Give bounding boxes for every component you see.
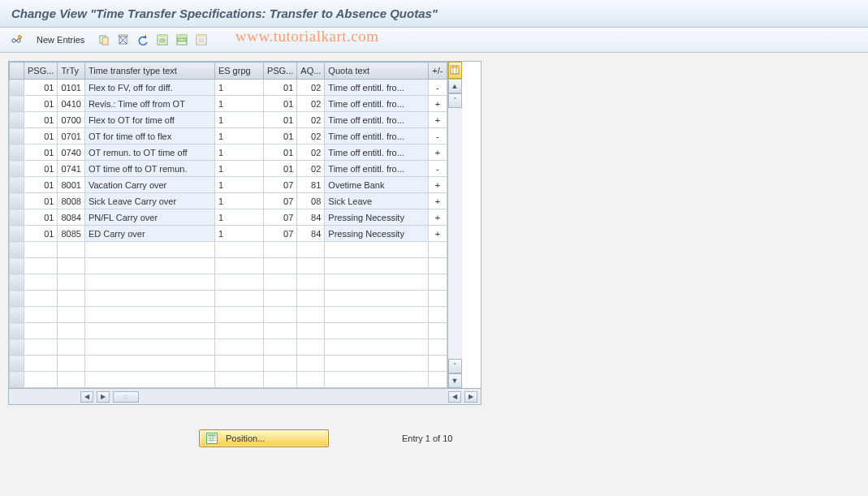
cell-psg2[interactable]: 01	[263, 80, 296, 96]
cell-aq[interactable]	[297, 356, 325, 372]
cell-aq[interactable]: 02	[297, 96, 325, 112]
cell-trty[interactable]	[58, 356, 84, 372]
table-row[interactable]: 018084PN/FL Carry over10784Pressing Nece…	[10, 209, 447, 226]
column-config-button[interactable]	[448, 62, 462, 79]
cell-es-grpg[interactable]	[214, 307, 263, 323]
cell-es-grpg[interactable]	[214, 291, 263, 307]
cell-es-grpg[interactable]: 1	[214, 144, 263, 161]
table-row[interactable]: 010740OT remun. to OT time off10102Time …	[10, 144, 447, 161]
cell-plus-minus[interactable]	[429, 372, 447, 388]
cell-trty[interactable]	[58, 372, 84, 388]
row-selector[interactable]	[10, 161, 24, 177]
row-selector[interactable]	[10, 128, 24, 144]
select-all-button[interactable]	[153, 31, 171, 49]
row-selector[interactable]	[10, 258, 24, 274]
cell-trty[interactable]: 8085	[58, 226, 84, 242]
cell-es-grpg[interactable]: 1	[214, 128, 263, 144]
new-entries-button[interactable]: New Entries	[28, 32, 93, 48]
cell-es-grpg[interactable]: 1	[214, 226, 263, 242]
cell-aq[interactable]	[297, 307, 325, 323]
cell-psg[interactable]: 01	[24, 112, 58, 128]
col-aq[interactable]: AQ...	[297, 63, 325, 80]
col-plus-minus[interactable]: +/-	[429, 63, 447, 80]
table-row[interactable]: 018001Vacation Carry over10781Ovetime Ba…	[10, 177, 447, 193]
undo-change-button[interactable]	[134, 31, 152, 49]
scroll-pgup-button[interactable]: ˄	[448, 93, 462, 108]
cell-trty[interactable]	[58, 258, 84, 274]
cell-psg2[interactable]	[263, 274, 296, 291]
table-row[interactable]: 018085ED Carry over10784Pressing Necessi…	[10, 226, 447, 242]
cell-es-grpg[interactable]: 1	[214, 96, 263, 112]
cell-plus-minus[interactable]	[429, 291, 447, 307]
scroll-right-step-button[interactable]: ▶	[97, 391, 110, 403]
cell-aq[interactable]	[297, 323, 325, 339]
row-selector[interactable]	[10, 307, 24, 323]
row-selector[interactable]	[10, 323, 24, 339]
table-row[interactable]	[10, 258, 447, 274]
cell-plus-minus[interactable]	[429, 356, 447, 372]
table-row[interactable]	[10, 307, 447, 323]
row-selector[interactable]	[10, 242, 24, 258]
scroll-thumb[interactable]: :::	[113, 391, 139, 403]
cell-es-grpg[interactable]: 1	[214, 193, 263, 209]
cell-psg[interactable]	[24, 356, 58, 372]
col-rowselector[interactable]	[10, 63, 24, 80]
table-row[interactable]: 010700Flex to OT for time off10102Time o…	[10, 112, 447, 128]
cell-trty[interactable]: 0740	[58, 144, 84, 161]
cell-plus-minus[interactable]	[429, 323, 447, 339]
cell-aq[interactable]: 02	[297, 80, 325, 96]
cell-trty[interactable]: 0701	[58, 128, 84, 144]
cell-trty[interactable]: 8084	[58, 209, 84, 226]
col-psgrouping2[interactable]: PSG...	[263, 63, 296, 80]
cell-psg[interactable]: 01	[24, 209, 58, 226]
table-row[interactable]: 018008Sick Leave Carry over10708Sick Lea…	[10, 193, 447, 209]
cell-es-grpg[interactable]	[214, 356, 263, 372]
copy-as-button[interactable]	[95, 31, 113, 49]
cell-trty[interactable]	[58, 339, 84, 356]
cell-psg[interactable]: 01	[24, 128, 58, 144]
cell-aq[interactable]	[297, 339, 325, 356]
table-row[interactable]	[10, 242, 447, 258]
cell-psg2[interactable]: 07	[263, 177, 296, 193]
table-row[interactable]	[10, 274, 447, 291]
cell-aq[interactable]	[297, 258, 325, 274]
cell-psg[interactable]	[24, 242, 58, 258]
cell-es-grpg[interactable]: 1	[214, 80, 263, 96]
scroll-down-button[interactable]: ▼	[448, 373, 462, 388]
table-row[interactable]: 010741OT time off to OT remun.10102Time …	[10, 161, 447, 177]
cell-trty[interactable]: 0741	[58, 161, 84, 177]
cell-aq[interactable]: 81	[297, 177, 325, 193]
cell-aq[interactable]	[297, 372, 325, 388]
cell-es-grpg[interactable]: 1	[214, 177, 263, 193]
cell-plus-minus[interactable]	[429, 274, 447, 291]
toggle-display-change-button[interactable]	[8, 31, 26, 49]
col-trty[interactable]: TrTy	[58, 63, 84, 80]
cell-psg2[interactable]: 01	[263, 161, 296, 177]
table-row[interactable]	[10, 339, 447, 356]
cell-aq[interactable]: 84	[297, 209, 325, 226]
row-selector[interactable]	[10, 144, 24, 161]
table-row[interactable]: 010101Flex to FV, off for diff.10102Time…	[10, 80, 447, 96]
table-row[interactable]: 010410Revis.: Time off from OT10102Time …	[10, 96, 447, 112]
cell-psg2[interactable]: 01	[263, 144, 296, 161]
cell-es-grpg[interactable]	[214, 274, 263, 291]
cell-aq[interactable]: 08	[297, 193, 325, 209]
cell-psg2[interactable]	[263, 372, 296, 388]
table-row[interactable]	[10, 291, 447, 307]
cell-trty[interactable]	[58, 323, 84, 339]
row-selector[interactable]	[10, 96, 24, 112]
cell-psg[interactable]	[24, 274, 58, 291]
cell-psg2[interactable]: 01	[263, 96, 296, 112]
cell-psg2[interactable]	[263, 307, 296, 323]
cell-psg2[interactable]: 01	[263, 128, 296, 144]
cell-plus-minus[interactable]: +	[429, 144, 447, 161]
cell-psg[interactable]	[24, 323, 58, 339]
cell-trty[interactable]	[58, 242, 84, 258]
cell-plus-minus[interactable]	[429, 242, 447, 258]
cell-trty[interactable]: 0700	[58, 112, 84, 128]
deselect-all-button[interactable]	[192, 31, 210, 49]
cell-es-grpg[interactable]: 1	[214, 161, 263, 177]
delete-button[interactable]	[114, 31, 132, 49]
col-transfer-type-text[interactable]: Time transfer type text	[84, 63, 214, 80]
scroll-right-button[interactable]: ▶	[464, 391, 477, 403]
